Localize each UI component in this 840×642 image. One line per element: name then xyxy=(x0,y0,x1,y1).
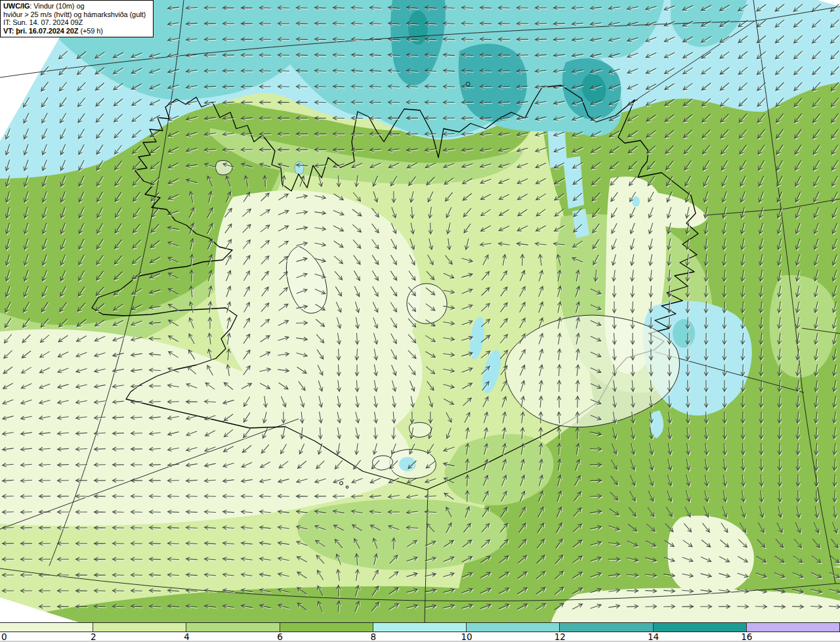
colorbar-tick: 4 xyxy=(184,632,190,641)
colorbar-tick: 0 xyxy=(1,632,7,641)
colorbar-tick: 6 xyxy=(277,632,283,641)
iceland-wind-map xyxy=(0,0,840,622)
colorbar-tick: 10 xyxy=(461,632,472,641)
colorbar-tick: 14 xyxy=(648,632,659,641)
colorbar-tick: 16 xyxy=(741,632,752,641)
wind-map-canvas xyxy=(0,0,840,622)
colorbar-segments xyxy=(0,622,840,632)
title-line-4-valid-time: VT: þri. 16.07.2024 20Z (+59 h) xyxy=(3,27,150,35)
colorbar-segment xyxy=(560,623,653,631)
colorbar-segment xyxy=(747,623,840,631)
model-name: UWC/IG xyxy=(3,2,30,10)
colorbar-segment xyxy=(373,623,467,631)
colorbar-segment xyxy=(0,623,93,631)
colorbar-segment xyxy=(280,623,373,631)
colorbar-segment xyxy=(93,623,186,631)
colorbar-tick: 2 xyxy=(91,632,96,641)
wind-speed-colorbar: 0246810121416 xyxy=(0,622,840,642)
title-line-2: hviður > 25 m/s (hvítt) og hámarkshviða … xyxy=(3,11,150,19)
map-title-box: UWC/IG: Vindur (10m) og hviður > 25 m/s … xyxy=(0,0,154,37)
title-line-3-init-time: IT: Sun. 14. 07. 2024 09Z xyxy=(3,18,150,27)
colorbar-tick: 12 xyxy=(555,632,566,641)
colorbar-segment xyxy=(467,623,560,631)
title-line-1: UWC/IG: Vindur (10m) og xyxy=(3,2,150,11)
weather-map-page: UWC/IG: Vindur (10m) og hviður > 25 m/s … xyxy=(0,0,840,642)
colorbar-segment xyxy=(654,623,747,631)
colorbar-tick: 8 xyxy=(371,632,377,641)
colorbar-segment xyxy=(186,623,280,631)
